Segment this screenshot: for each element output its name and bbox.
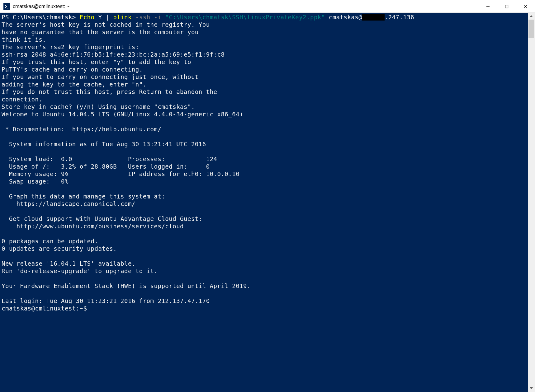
output-line: Your Hardware Enablement Stack (HWE) is … [2, 282, 251, 289]
output-line: If you want to carry on connecting just … [2, 73, 199, 80]
scroll-down-button[interactable] [528, 385, 535, 392]
terminal-container: PS C:\Users\chmatsk> Echo Y | plink -ssh… [0, 13, 535, 392]
terminal-output[interactable]: PS C:\Users\chmatsk> Echo Y | plink -ssh… [0, 13, 528, 392]
output-line: Graph this data and manage this system a… [2, 193, 165, 200]
output-line: Welcome to Ubuntu 14.04.5 LTS (GNU/Linux… [2, 111, 243, 118]
cmd-pipe: | [106, 14, 113, 21]
output-line: https://landscape.canonical.com/ [2, 200, 135, 207]
scroll-up-button[interactable] [528, 13, 535, 20]
cmd-y: Y [94, 14, 106, 21]
cmd-userhost1: cmatskas@ [325, 14, 362, 21]
output-line: If you trust this host, enter "y" to add… [2, 58, 191, 65]
output-line: Get cloud support with Ubuntu Advantage … [2, 215, 202, 222]
output-line: The server's rsa2 key fingerprint is: [2, 44, 139, 50]
output-line: System load: 0.0 Processes: 124 [2, 156, 217, 162]
output-line: http://www.ubuntu.com/business/services/… [2, 223, 184, 230]
redacted-ip [362, 14, 385, 21]
cmd-flags: -ssh -i [132, 14, 165, 21]
cmd-echo: Echo [80, 14, 95, 21]
minimize-icon [486, 5, 490, 8]
powershell-icon [3, 3, 10, 10]
output-line: New release '16.04.1 LTS' available. [2, 260, 135, 267]
output-line: 0 updates are security updates. [2, 245, 117, 252]
output-line: 0 packages can be updated. [2, 238, 98, 245]
maximize-icon [505, 5, 509, 8]
shell-prompt: cmatskas@cmlinuxtest:~$ [2, 305, 87, 312]
scroll-thumb[interactable] [528, 20, 534, 38]
output-line: Swap usage: 0% [2, 178, 69, 185]
output-line: connection. [2, 96, 42, 103]
output-line: The server's host key is not cached in t… [2, 21, 210, 28]
svg-rect-2 [505, 5, 508, 8]
output-line: Usage of /: 3.2% of 28.80GB Users logged… [2, 163, 210, 170]
scrollbar[interactable] [528, 13, 535, 392]
maximize-button[interactable] [497, 0, 516, 12]
window-controls [479, 0, 535, 12]
chevron-up-icon [530, 15, 533, 17]
output-line: PuTTY's cache and carry on connecting. [2, 66, 143, 73]
output-line: think it is. [2, 36, 46, 43]
output-line: ssh-rsa 2048 a4:6e:f1:76:b5:1f:ee:23:bc:… [2, 51, 225, 58]
output-line: Store key in cache? (y/n) Using username… [2, 103, 195, 110]
window-title: cmatskas@cmlinuxtest: ~ [13, 4, 479, 9]
output-line: Run 'do-release-upgrade' to upgrade to i… [2, 268, 158, 274]
output-line: If you do not trust this host, press Ret… [2, 88, 217, 95]
close-button[interactable] [516, 0, 535, 12]
cmd-userhost2: .247.136 [385, 14, 414, 21]
close-icon [523, 5, 527, 8]
output-line: Last login: Tue Aug 30 11:23:21 2016 fro… [2, 297, 210, 304]
output-line: * Documentation: https://help.ubuntu.com… [2, 126, 161, 133]
cmd-plink: plink [113, 14, 132, 21]
output-line: have no guarantee that the server is the… [2, 29, 199, 35]
scroll-track[interactable] [528, 20, 535, 385]
ps-prompt: PS C:\Users\chmatsk> [2, 14, 80, 21]
chevron-down-icon [530, 387, 533, 389]
minimize-button[interactable] [479, 0, 497, 12]
window-titlebar: cmatskas@cmlinuxtest: ~ [0, 0, 535, 13]
output-line: Memory usage: 9% IP address for eth0: 10… [2, 170, 239, 177]
output-line: adding the key to the cache, enter "n". [2, 81, 147, 88]
output-line: System information as of Tue Aug 30 13:2… [2, 141, 206, 147]
cmd-keypath: "C:\Users\chmatsk\SSH\linuxPrivateKey2.p… [165, 14, 325, 21]
